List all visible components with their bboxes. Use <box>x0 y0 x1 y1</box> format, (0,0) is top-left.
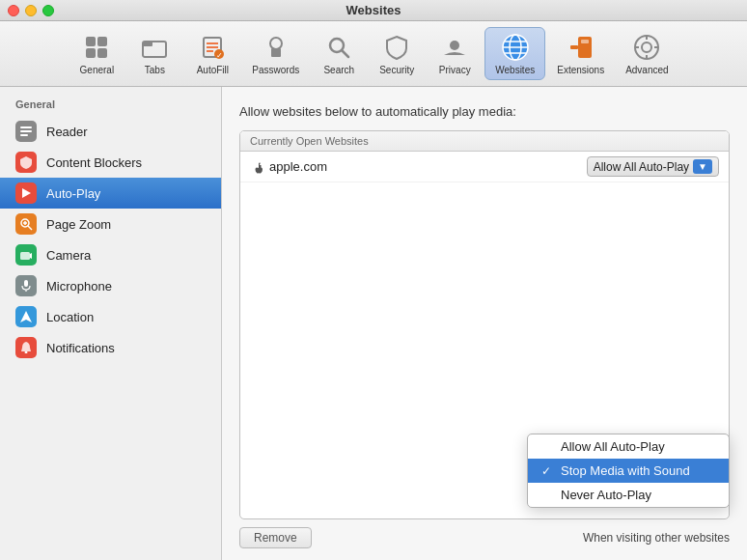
sidebar-item-location[interactable]: Location <box>0 301 221 332</box>
right-panel: Allow websites below to automatically pl… <box>222 87 747 560</box>
microphone-icon <box>15 275 37 296</box>
toolbar-item-advanced[interactable]: Advanced <box>616 28 678 79</box>
security-icon <box>381 32 412 63</box>
svg-rect-23 <box>570 45 578 49</box>
sidebar-item-label-location: Location <box>46 310 94 324</box>
close-button[interactable] <box>8 5 19 16</box>
toolbar-item-general[interactable]: General <box>69 28 124 79</box>
sidebar-item-microphone[interactable]: Microphone <box>0 270 221 301</box>
toolbar-label-autofill: AutoFill <box>197 65 229 75</box>
toolbar-label-security: Security <box>379 65 414 75</box>
sidebar-item-content-blockers[interactable]: Content Blockers <box>0 147 221 178</box>
auto-play-icon <box>15 182 37 204</box>
svg-line-37 <box>28 226 32 230</box>
svg-rect-34 <box>20 134 28 136</box>
svg-rect-2 <box>86 48 96 58</box>
table-header: Currently Open Websites <box>240 131 729 152</box>
dropdown-popup: Allow All Auto-Play ✓ Stop Media with So… <box>527 434 730 508</box>
svg-rect-42 <box>24 280 28 287</box>
autoplay-dropdown[interactable]: Allow All Auto-Play ▼ <box>587 156 719 177</box>
toolbar-item-autofill[interactable]: ✓ AutoFill <box>184 28 240 79</box>
dropdown-option-allow-all[interactable]: Allow All Auto-Play <box>528 434 729 459</box>
toolbar-label-websites: Websites <box>495 65 535 75</box>
toolbar-label-search: Search <box>323 65 354 75</box>
svg-rect-33 <box>20 130 32 132</box>
check-mark-allow-all <box>541 440 555 454</box>
svg-rect-45 <box>25 351 28 353</box>
tabs-icon <box>139 32 170 63</box>
toolbar-item-passwords[interactable]: Passwords <box>242 28 309 79</box>
dropdown-option-label-never: Never Auto-Play <box>561 488 651 502</box>
main-content: General Reader Content Blockers <box>0 87 747 560</box>
toolbar-item-search[interactable]: Search <box>311 28 367 79</box>
check-mark-stop-media: ✓ <box>541 464 555 478</box>
svg-rect-3 <box>97 48 107 58</box>
check-mark-never <box>541 489 555 502</box>
dropdown-arrow: ▼ <box>693 159 712 174</box>
dropdown-value: Allow All Auto-Play <box>594 160 689 174</box>
autofill-icon: ✓ <box>197 32 228 63</box>
passwords-icon <box>261 32 291 63</box>
sidebar-item-auto-play[interactable]: Auto-Play <box>0 178 221 209</box>
camera-icon <box>15 244 37 266</box>
site-name: apple.com <box>269 159 327 174</box>
sidebar-item-camera[interactable]: Camera <box>0 239 221 270</box>
traffic-lights <box>8 5 54 16</box>
dropdown-option-stop-media[interactable]: ✓ Stop Media with Sound <box>528 459 729 483</box>
table-row-site: apple.com <box>250 159 327 174</box>
svg-marker-35 <box>22 188 31 198</box>
general-icon <box>81 32 112 63</box>
reader-icon <box>15 121 37 142</box>
advanced-icon <box>631 32 662 63</box>
sidebar-item-reader[interactable]: Reader <box>0 116 221 147</box>
svg-rect-13 <box>271 48 281 57</box>
maximize-button[interactable] <box>42 5 54 16</box>
sidebar-item-page-zoom[interactable]: Page Zoom <box>0 209 221 239</box>
toolbar-item-extensions[interactable]: Extensions <box>547 28 614 79</box>
svg-point-26 <box>642 42 651 52</box>
toolbar-item-security[interactable]: Security <box>369 28 425 79</box>
toolbar-item-tabs[interactable]: Tabs <box>126 28 182 79</box>
svg-rect-40 <box>20 252 30 260</box>
sidebar-item-label-reader: Reader <box>46 125 88 139</box>
sidebar-item-label-content-blockers: Content Blockers <box>46 155 142 170</box>
dropdown-option-label-stop-media: Stop Media with Sound <box>561 463 690 478</box>
dropdown-option-label-allow-all: Allow All Auto-Play <box>561 439 665 454</box>
svg-line-15 <box>343 51 349 58</box>
toolbar-label-tabs: Tabs <box>145 65 165 75</box>
sidebar-item-notifications[interactable]: Notifications <box>0 332 221 363</box>
panel-description: Allow websites below to automatically pl… <box>239 104 730 119</box>
svg-rect-32 <box>20 126 32 128</box>
sidebar-item-label-auto-play: Auto-Play <box>46 186 100 201</box>
notifications-icon <box>15 337 37 358</box>
sidebar-item-label-page-zoom: Page Zoom <box>46 217 111 232</box>
toolbar-label-extensions: Extensions <box>557 65 604 75</box>
toolbar-label-passwords: Passwords <box>252 65 299 75</box>
location-icon <box>15 306 37 327</box>
apple-logo-icon <box>250 160 263 174</box>
extensions-icon <box>566 32 596 63</box>
toolbar-label-privacy: Privacy <box>439 65 471 75</box>
dropdown-option-never[interactable]: Never Auto-Play <box>528 483 729 507</box>
svg-text:✓: ✓ <box>216 51 223 60</box>
toolbar-item-websites[interactable]: Websites <box>484 27 545 80</box>
toolbar-item-privacy[interactable]: Privacy <box>427 28 483 79</box>
content-blockers-icon <box>15 152 37 173</box>
minimize-button[interactable] <box>25 5 37 16</box>
toolbar: General Tabs ✓ AutoFill <box>0 21 747 87</box>
page-zoom-icon <box>15 213 37 235</box>
search-icon <box>323 32 354 63</box>
svg-point-16 <box>450 41 459 50</box>
remove-button[interactable]: Remove <box>239 527 312 548</box>
window-title: Websites <box>346 3 401 17</box>
sidebar-section-general: General <box>0 95 221 116</box>
sidebar-item-label-camera: Camera <box>46 248 91 263</box>
privacy-icon <box>439 32 470 63</box>
toolbar-label-general: General <box>80 65 115 75</box>
sidebar-item-label-notifications: Notifications <box>46 341 115 355</box>
svg-marker-44 <box>20 311 32 322</box>
bottom-text: When visiting other websites <box>583 531 730 545</box>
table-row: apple.com Allow All Auto-Play ▼ <box>240 152 729 182</box>
svg-rect-5 <box>143 42 152 46</box>
svg-rect-1 <box>97 37 107 46</box>
